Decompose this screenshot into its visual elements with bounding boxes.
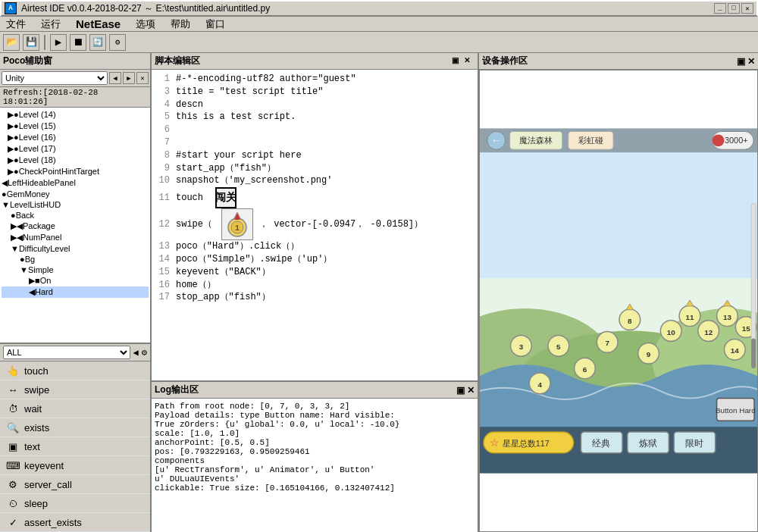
tree-item[interactable]: ◀LeftHideablePanel [2, 177, 149, 189]
title-bar: A Airtest IDE v0.0.4-2018-02-27 ～ E:\tes… [0, 0, 758, 17]
tree-item[interactable]: ▶■On [2, 275, 149, 286]
refresh-button[interactable]: 🔄 [89, 34, 106, 51]
action-wait[interactable]: ⏱ wait [0, 399, 150, 418]
tree-item[interactable]: ▶●Level (17) [2, 143, 149, 155]
maximize-button[interactable]: □ [728, 3, 740, 14]
device-screen[interactable]: ← 魔法森林 彩虹碰 3000+ 3 4 5 [479, 70, 758, 532]
tree-item[interactable]: ●GemMoney [2, 189, 149, 199]
script-editor-title: 脚本编辑区 [155, 55, 200, 67]
text-icon: ▣ [6, 440, 20, 453]
assert-exists-icon: ✓ [6, 515, 20, 529]
svg-text:5: 5 [556, 343, 561, 351]
minimize-button[interactable]: _ [714, 3, 726, 14]
script-icon1[interactable]: ▣ [452, 56, 462, 67]
editor-content[interactable]: 1 #-*-encoding-utf82 author="guest" 3 ti… [152, 70, 478, 380]
svg-text:限时: 限时 [685, 438, 703, 449]
code-line-11: 11 touch 闯关 [155, 187, 475, 208]
svg-text:11: 11 [685, 313, 694, 321]
menu-window[interactable]: 窗口 [202, 17, 228, 31]
action-sleep[interactable]: ⏲ sleep [0, 494, 150, 513]
svg-text:←: ← [491, 134, 502, 146]
code-line-8: 8 #start your script here [155, 149, 475, 162]
settings-button[interactable]: ⚙ [109, 34, 126, 51]
action-swipe[interactable]: ↔ swipe [0, 380, 150, 399]
menu-options[interactable]: 选项 [133, 17, 158, 31]
device-panel-title: 设备操作区 [482, 55, 528, 67]
menu-run[interactable]: 运行 [38, 17, 64, 31]
log-panel-title: Log输出区 [155, 383, 199, 396]
script-icon2[interactable]: ✕ [464, 56, 475, 67]
action-assert-exists[interactable]: ✓ assert_exists [0, 513, 150, 532]
tree-item[interactable]: ▶●Level (16) [2, 132, 149, 143]
log-line: components [155, 456, 475, 465]
middle-panel: 脚本编辑区 ▣ ✕ 1 #-*-encoding-utf82 author="g… [152, 53, 478, 532]
log-line: pos: [0.793229163, 0.9509259461 [155, 447, 475, 456]
tree-item[interactable]: ●Back [2, 210, 149, 221]
menu-file[interactable]: 文件 [3, 17, 29, 31]
menu-help[interactable]: 帮助 [168, 17, 193, 31]
code-line-12: 12 swipe（ 1 ， vector-[-0.0947， -0.0158]） [155, 208, 475, 240]
device-icon2[interactable]: ✕ [747, 56, 755, 67]
tree-item[interactable]: ●Bg [2, 254, 149, 264]
tree-item[interactable]: ▶●Level (14) [2, 109, 149, 120]
tree-item-hard[interactable]: ◀Hard [2, 286, 149, 298]
action-exists-label: exists [24, 422, 49, 433]
menu-netease[interactable]: NetEase [73, 17, 124, 30]
server-call-icon: ⚙ [6, 477, 20, 491]
tree-item[interactable]: ▼LevelListHUD [2, 199, 149, 210]
poco-refresh: Refresh:[2018-02-28 18:01:26] [0, 87, 150, 108]
device-icon1[interactable]: ▣ [737, 56, 745, 67]
svg-text:Button Hard: Button Hard [716, 406, 756, 415]
tree-item[interactable]: ▶●CheckPointHintTarget [2, 166, 149, 177]
poco-engine-row: Unity Cocos2dx UE4 ◀ ▶ ✕ [0, 70, 150, 87]
action-keyevent[interactable]: ⌨ keyevent [0, 456, 150, 475]
svg-text:星星总数117: 星星总数117 [503, 439, 550, 448]
swipe-icon: ↔ [6, 383, 20, 396]
log-line: Payload details: type Button name: Hard … [155, 411, 475, 420]
actions-btn1[interactable]: ◀ [133, 347, 139, 358]
save-button[interactable]: 💾 [23, 34, 39, 51]
tree-item[interactable]: ▼Simple [2, 264, 149, 275]
run-button[interactable]: ▶ [50, 34, 67, 51]
poco-btn3[interactable]: ✕ [136, 72, 149, 84]
action-exists[interactable]: 🔍 exists [0, 418, 150, 437]
script-editor-controls: ▣ ✕ [452, 56, 475, 67]
action-swipe-label: swipe [24, 384, 49, 396]
sleep-icon: ⏲ [6, 496, 20, 510]
wait-icon: ⏱ [6, 402, 20, 415]
tree-item[interactable]: ▶●Level (18) [2, 155, 149, 166]
stop-button[interactable]: ⏹ [70, 34, 86, 51]
code-line-16: 16 home（） [155, 279, 475, 292]
code-line-3: 3 title = "test script title" [155, 86, 475, 99]
log-icon2[interactable]: ✕ [467, 385, 475, 396]
action-touch[interactable]: 👆 touch [0, 361, 150, 380]
log-content[interactable]: Path from root node: [0, 7, 0, 3, 3, 2] … [152, 399, 478, 532]
actions-filter[interactable]: ALL [3, 346, 130, 359]
open-button[interactable]: 📂 [3, 34, 20, 51]
action-server-call[interactable]: ⚙ server_call [0, 475, 150, 494]
menu-bar: 文件 运行 NetEase 选项 帮助 窗口 [0, 17, 758, 32]
tree-item[interactable]: ▶◀Package [2, 221, 149, 232]
log-panel-header: Log输出区 ▣ ✕ [152, 382, 478, 399]
actions-btn2[interactable]: ⚙ [142, 347, 147, 358]
tree-item[interactable]: ▶●Level (15) [2, 120, 149, 132]
action-text[interactable]: ▣ text [0, 437, 150, 456]
tree-item[interactable]: ▶◀NumPanel [2, 232, 149, 243]
poco-btn2[interactable]: ▶ [123, 72, 135, 84]
poco-tree[interactable]: ▶●Level (14) ▶●Level (15) ▶●Level (16) ▶… [0, 108, 150, 343]
engine-select[interactable]: Unity Cocos2dx UE4 [2, 71, 108, 85]
code-line-15: 15 keyevent（"BACK"） [155, 266, 475, 279]
log-line: scale: [1.0, 1.0] [155, 429, 475, 438]
code-line-6: 6 [155, 124, 475, 136]
tree-item[interactable]: ▼DifficultyLevel [2, 243, 149, 254]
poco-panel: Poco辅助窗 Unity Cocos2dx UE4 ◀ ▶ ✕ Refresh… [0, 53, 152, 532]
log-line: u' DULuaUIEvents' [155, 474, 475, 483]
close-button[interactable]: ✕ [741, 3, 753, 14]
poco-btn1[interactable]: ◀ [109, 72, 121, 84]
svg-text:10: 10 [667, 328, 675, 336]
action-touch-label: touch [24, 365, 49, 377]
log-icon1[interactable]: ▣ [456, 385, 465, 396]
svg-rect-61 [751, 203, 756, 353]
action-wait-label: wait [24, 403, 42, 415]
svg-text:15: 15 [742, 324, 750, 333]
